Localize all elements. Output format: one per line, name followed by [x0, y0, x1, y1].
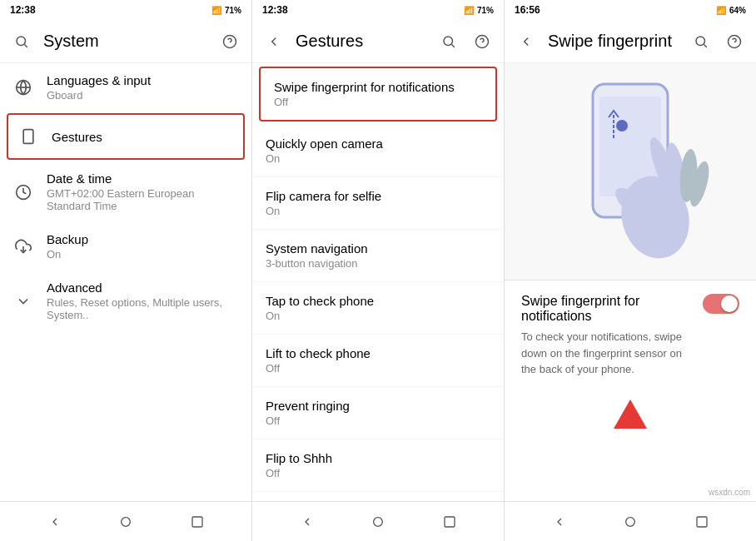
search-btn-3[interactable]	[689, 30, 713, 53]
home-nav-btn-1[interactable]	[109, 505, 142, 539]
svg-point-0	[17, 37, 26, 46]
phone-icon	[18, 127, 38, 146]
advanced-subtitle: Rules, Reset options, Multiple users, Sy…	[47, 296, 238, 321]
clock-icon	[13, 182, 33, 202]
sidebar-item-languages[interactable]: Languages & input Gboard	[0, 63, 251, 112]
detail-title-bar: Swipe fingerprint	[548, 32, 679, 51]
gesture-shhh-title: Flip to Shhh	[266, 451, 490, 465]
system-settings-list: Languages & input Gboard Gestures	[0, 63, 251, 501]
datetime-title: Date & time	[47, 171, 238, 186]
home-nav-btn-2[interactable]	[361, 505, 395, 539]
gesture-nav-subtitle: 3-button navigation	[266, 257, 490, 270]
gesture-prevent-ringing[interactable]: Prevent ringing Off	[252, 387, 504, 439]
gesture-lift-title: Lift to check phone	[266, 346, 490, 360]
backup-title: Backup	[47, 232, 88, 246]
advanced-text: Advanced Rules, Reset options, Multiple …	[47, 280, 238, 321]
search-btn-2[interactable]	[437, 30, 460, 53]
help-btn-3[interactable]	[723, 30, 746, 53]
svg-point-14	[696, 37, 705, 46]
gesture-prevent-subtitle: Off	[266, 414, 490, 427]
gesture-tap-check[interactable]: Tap to check phone On	[252, 282, 504, 335]
back-nav-btn-3[interactable]	[543, 505, 576, 539]
detail-setting-title: Swipe fingerprint for notifications	[521, 294, 689, 324]
system-top-bar: System	[0, 20, 251, 63]
gesture-power-menu[interactable]: Power menu Show device controls	[252, 492, 504, 501]
nav-bar	[0, 501, 756, 541]
sidebar-item-gestures[interactable]: Gestures	[7, 113, 245, 160]
gestures-list: Swipe fingerprint for notifications Off …	[252, 63, 504, 501]
gesture-lift-check[interactable]: Lift to check phone Off	[252, 335, 504, 387]
nav-section-2	[251, 502, 504, 541]
gestures-title: Gestures	[52, 130, 102, 144]
gesture-shhh-subtitle: Off	[266, 467, 490, 479]
sidebar-item-advanced[interactable]: Advanced Rules, Reset options, Multiple …	[0, 270, 251, 331]
languages-subtitle: Gboard	[47, 89, 151, 102]
status-icons-1: 📶 71%	[211, 6, 241, 15]
search-btn-1[interactable]	[10, 30, 33, 53]
svg-point-33	[626, 517, 635, 526]
svg-rect-32	[445, 517, 455, 527]
time-1: 12:38	[10, 4, 36, 16]
gesture-system-nav[interactable]: System navigation 3-button navigation	[252, 230, 504, 282]
gesture-camera-title: Quickly open camera	[266, 136, 490, 151]
svg-point-21	[616, 120, 628, 132]
svg-point-31	[374, 517, 383, 526]
sidebar-item-backup[interactable]: Backup On	[0, 222, 251, 270]
gesture-camera-subtitle: On	[266, 152, 490, 165]
cloud-icon	[13, 236, 33, 256]
gesture-flip-shhh[interactable]: Flip to Shhh Off	[252, 439, 504, 492]
back-nav-btn-1[interactable]	[38, 505, 72, 539]
arrow-area	[505, 391, 756, 437]
swipe-fingerprint-toggle[interactable]	[703, 294, 739, 314]
recents-nav-btn-3[interactable]	[685, 505, 719, 539]
status-bar-3: 16:56 📶 64%	[505, 0, 756, 20]
gestures-top-bar: Gestures	[252, 20, 504, 63]
languages-text: Languages & input Gboard	[47, 73, 151, 102]
battery-2: 71%	[477, 6, 494, 15]
backup-subtitle: On	[47, 248, 88, 261]
gesture-flip-subtitle: On	[266, 205, 490, 217]
gesture-lift-subtitle: Off	[266, 362, 490, 375]
datetime-subtitle: GMT+02:00 Eastern European Standard Time	[47, 187, 238, 212]
gesture-tap-title: Tap to check phone	[266, 294, 490, 308]
status-icons-3: 📶 64%	[716, 6, 746, 15]
detail-text-area: Swipe fingerprint for notifications To c…	[521, 294, 689, 378]
status-icons-2: 📶 71%	[464, 6, 494, 15]
advanced-title: Advanced	[47, 280, 238, 295]
svg-point-29	[122, 517, 131, 526]
time-2: 12:38	[262, 4, 288, 16]
gesture-nav-title: System navigation	[266, 241, 490, 256]
home-nav-btn-3[interactable]	[614, 505, 647, 539]
back-btn-2[interactable]	[262, 30, 286, 53]
svg-rect-30	[192, 517, 202, 527]
gesture-swipe-fingerprint[interactable]: Swipe fingerprint for notifications Off	[259, 67, 497, 122]
gestures-panel: 12:38 📶 71% Gestures Swipe fingerprint f…	[252, 0, 505, 501]
gestures-title-bar: Gestures	[296, 32, 427, 51]
languages-title: Languages & input	[47, 73, 151, 87]
up-arrow-icon	[614, 400, 647, 429]
nav-section-3	[504, 502, 756, 541]
system-panel: 12:38 📶 71% System Languages & inpu	[0, 0, 252, 501]
sidebar-item-datetime[interactable]: Date & time GMT+02:00 Eastern European S…	[0, 161, 251, 222]
recents-nav-btn-2[interactable]	[433, 505, 466, 539]
svg-rect-34	[697, 517, 707, 527]
help-btn-1[interactable]	[218, 30, 241, 53]
back-nav-btn-2[interactable]	[291, 505, 324, 539]
battery-3: 64%	[729, 6, 746, 15]
gesture-flip-camera[interactable]: Flip camera for selfie On	[252, 177, 504, 230]
gesture-open-camera[interactable]: Quickly open camera On	[252, 125, 504, 177]
illustration-area	[505, 63, 756, 280]
wifi-icon-2: 📶	[464, 6, 474, 15]
gesture-flip-title: Flip camera for selfie	[266, 189, 490, 203]
gesture-swipe-subtitle: Off	[274, 96, 482, 108]
time-3: 16:56	[515, 4, 540, 16]
svg-point-10	[444, 37, 453, 46]
battery-1: 71%	[225, 6, 241, 15]
recents-nav-btn-1[interactable]	[181, 505, 214, 539]
watermark: wsxdn.com	[706, 487, 753, 498]
help-btn-2[interactable]	[470, 30, 494, 53]
detail-top-bar: Swipe fingerprint	[505, 20, 756, 63]
gestures-text: Gestures	[52, 130, 102, 144]
back-btn-3[interactable]	[515, 30, 538, 53]
backup-text: Backup On	[47, 232, 88, 261]
